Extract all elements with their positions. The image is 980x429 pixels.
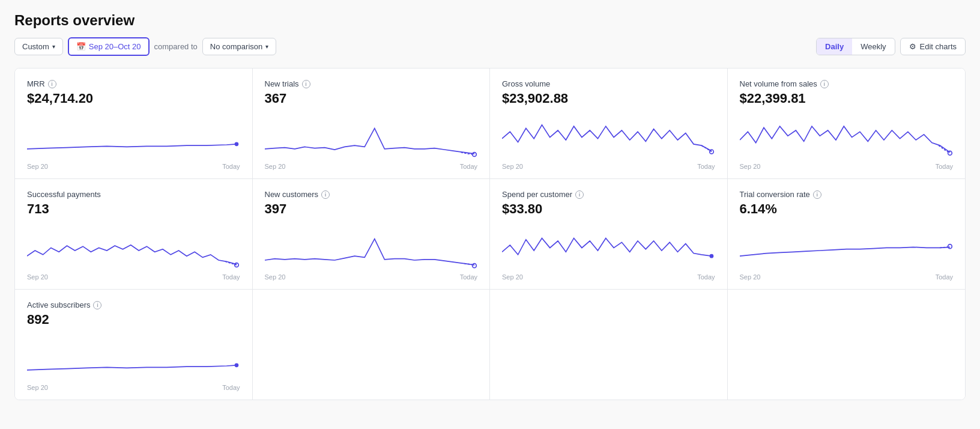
net-volume-date-end: Today [936,163,953,170]
spend-per-customer-date-end: Today [697,273,715,281]
period-toggle: Daily Weekly [816,38,895,55]
grid-row-3: Active subscribers i 892 Sep 20 Today [15,290,965,400]
new-customers-title-row: New customers i [265,190,478,199]
date-range-label: Sep 20–Oct 20 [89,42,141,51]
active-subscribers-card: Active subscribers i 892 Sep 20 Today [15,290,253,400]
successful-payments-title: Successful payments [27,190,101,199]
successful-payments-date-end: Today [222,273,240,281]
comparison-label: No comparison [210,42,262,51]
gross-volume-date-end: Today [697,163,715,170]
empty-cell-1 [253,290,491,400]
mrr-chart [27,111,240,159]
gear-icon: ⚙ [909,42,916,51]
mrr-card: MRR i $24,714.20 Sep 20 Today [15,68,253,178]
new-customers-info-icon[interactable]: i [321,190,330,199]
active-subscribers-chart [27,332,240,380]
active-subscribers-title-row: Active subscribers i [27,300,240,309]
metrics-grid: MRR i $24,714.20 Sep 20 Today [14,68,966,400]
spend-per-customer-info-icon[interactable]: i [575,190,584,199]
gross-volume-card: Gross volume $23,902.88 Sep 20 Today [490,68,728,178]
custom-label: Custom [22,42,49,51]
svg-point-8 [235,363,239,367]
trial-conversion-value: 6.14% [740,201,954,217]
compared-to-label: compared to [154,42,198,51]
spend-per-customer-title: Spend per customer [502,190,572,199]
successful-payments-value: 713 [27,201,240,217]
toolbar-right: Daily Weekly ⚙ Edit charts [816,38,966,55]
gross-volume-value: $23,902.88 [502,91,715,106]
comparison-button[interactable]: No comparison ▾ [202,38,276,55]
mrr-chart-labels: Sep 20 Today [27,163,240,170]
date-range-button[interactable]: 📅 Sep 20–Oct 20 [68,37,150,56]
successful-payments-chart [27,222,240,270]
new-trials-chart [265,111,478,159]
trial-conversion-chart-labels: Sep 20 Today [740,273,954,281]
grid-row-1: MRR i $24,714.20 Sep 20 Today [15,68,965,179]
new-trials-chart-labels: Sep 20 Today [265,163,478,170]
mrr-date-end: Today [222,163,240,170]
mrr-value: $24,714.20 [27,91,240,106]
new-customers-value: 397 [265,201,478,217]
page-title: Reports overview [14,12,966,29]
mrr-info-icon[interactable]: i [48,80,56,88]
successful-payments-date-start: Sep 20 [27,273,48,281]
new-trials-date-start: Sep 20 [265,163,286,170]
net-volume-value: $22,399.81 [740,91,954,106]
net-volume-date-start: Sep 20 [740,163,761,170]
trial-conversion-info-icon[interactable]: i [813,190,821,199]
new-customers-date-start: Sep 20 [265,273,286,281]
custom-period-button[interactable]: Custom ▾ [14,38,63,55]
active-subscribers-date-end: Today [222,384,240,391]
mrr-date-start: Sep 20 [27,163,48,170]
active-subscribers-chart-labels: Sep 20 Today [27,384,240,391]
weekly-button[interactable]: Weekly [852,38,894,55]
spend-per-customer-title-row: Spend per customer i [502,190,715,199]
successful-payments-chart-labels: Sep 20 Today [27,273,240,281]
new-trials-title-row: New trials i [265,79,478,88]
gross-volume-chart-labels: Sep 20 Today [502,163,715,170]
svg-point-0 [235,142,239,146]
successful-payments-title-row: Successful payments [27,190,240,199]
new-trials-value: 367 [265,91,478,106]
gross-volume-chart [502,111,715,159]
gross-volume-date-start: Sep 20 [502,163,523,170]
svg-point-6 [710,254,714,258]
new-trials-info-icon[interactable]: i [302,80,310,88]
active-subscribers-info-icon[interactable]: i [93,301,101,309]
mrr-title: MRR [27,79,45,88]
net-volume-chart-labels: Sep 20 Today [740,163,954,170]
empty-cell-3 [728,290,966,400]
svg-point-2 [710,150,714,154]
edit-charts-button[interactable]: ⚙ Edit charts [900,38,966,55]
spend-per-customer-date-start: Sep 20 [502,273,523,281]
grid-row-2: Successful payments 713 Sep 20 Today [15,179,965,290]
net-volume-chart [740,111,954,159]
empty-cell-2 [490,290,728,400]
new-trials-card: New trials i 367 Sep 20 Today [253,68,491,178]
net-volume-title: Net volume from sales [740,79,817,88]
trial-conversion-date-end: Today [936,273,953,281]
edit-charts-label: Edit charts [920,42,957,51]
daily-button[interactable]: Daily [817,38,852,55]
net-volume-title-row: Net volume from sales i [740,79,954,88]
net-volume-info-icon[interactable]: i [820,80,829,88]
active-subscribers-value: 892 [27,312,240,327]
mrr-title-row: MRR i [27,79,240,88]
chevron-down-icon-2: ▾ [265,43,268,50]
new-customers-card: New customers i 397 Sep 20 Today [253,179,491,289]
new-customers-date-end: Today [460,273,477,281]
trial-conversion-date-start: Sep 20 [740,273,761,281]
new-customers-chart [265,222,478,270]
new-trials-date-end: Today [460,163,477,170]
gross-volume-title-row: Gross volume [502,79,715,88]
toolbar: Custom ▾ 📅 Sep 20–Oct 20 compared to No … [14,37,966,56]
trial-conversion-card: Trial conversion rate i 6.14% Sep 20 Tod… [728,179,966,289]
trial-conversion-title: Trial conversion rate [740,190,810,199]
spend-per-customer-chart [502,222,715,270]
new-trials-title: New trials [265,79,299,88]
successful-payments-card: Successful payments 713 Sep 20 Today [15,179,253,289]
chevron-down-icon: ▾ [52,43,55,50]
active-subscribers-date-start: Sep 20 [27,384,48,391]
gross-volume-title: Gross volume [502,79,550,88]
trial-conversion-chart [740,222,954,270]
